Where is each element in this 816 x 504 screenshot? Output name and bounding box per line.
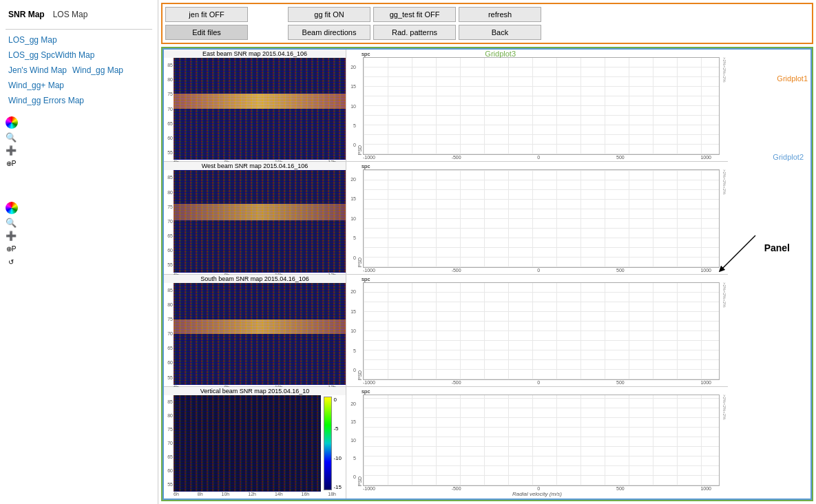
east-beam-title: East beam SNR map 2015.04.16_106 [164,50,346,58]
refresh-icon[interactable]: ↺ [6,256,17,267]
psd3-chart[interactable] [363,282,720,380]
psd-row-3: spc 20151050 PSD >2%<2%+2% -1000-50005 [346,275,728,387]
psd2-xaxis: -1000-50005001000 [348,268,726,273]
gridplot3-wrapper: Gridplot3 Gridplot2 Panel [161,47,813,501]
colorbar-labels: 0 -5 -10 -15 [332,397,343,490]
south-beam-title: South beam SNR map 2015.04.16_106 [164,275,346,283]
psd-column: spc 20151050 PSD >2%<2%+2% -1000-50005 [346,50,728,498]
sidebar-divider [6,29,152,30]
psd4-xaxis: -1000-50005001000 [348,486,726,491]
plots-area: East beam SNR map 2015.04.16_106 8580757… [164,50,810,498]
vert-beam-row: Vertical beam SNR map 2015.04.16_10 8580… [164,387,346,498]
tab-snr-map[interactable]: SNR Map [6,8,48,21]
color-wheel-icon [6,116,18,129]
sidebar-item-wind-gg[interactable]: Wind_gg Map [72,65,123,75]
west-snr-map[interactable] [174,170,346,272]
psd1-title: spc [348,51,726,57]
color-wheel-icon-2 [6,202,18,214]
psd3-title: spc [348,276,726,282]
psd4-ylabel: PSD [356,395,363,486]
psd1-chart[interactable] [363,57,720,155]
psd-row-2: spc 20151050 PSD >2%<2%+2% -1000-50005 [346,162,728,274]
gridplot1: jen fit OFF gg fit ON gg_test fit OFF re… [161,3,813,44]
crosshair-icon[interactable]: ⊕P [6,158,17,169]
sidebar: SNR Map LOS Map LOS_gg Map LOS_gg SpcWid… [0,0,158,504]
psd3-ylabel: PSD [356,282,363,380]
psd4-chart[interactable] [363,395,720,486]
south-snr-map[interactable] [174,283,346,385]
colorbar-gradient [324,397,332,490]
gridplot2-wrapper: Gridplot2 Panel [163,48,812,500]
psd2-ylabel: PSD [356,169,363,267]
psd2-chart[interactable] [363,169,720,267]
psd3-right-label: >2%<2%+2% [720,282,726,380]
right-area: jen fit OFF gg fit ON gg_test fit OFF re… [158,0,816,504]
sidebar-item-wind-gg-errors[interactable]: Wind_gg Errors Map [0,93,158,108]
sidebar-tools: 🔍 ➕ ⊕P [0,114,158,171]
psd3-xaxis: -1000-50005001000 [348,380,726,385]
beam-directions-button[interactable]: Beam directions [288,25,370,40]
vert-yaxis: 85807570656055 [164,395,174,492]
refresh-button[interactable]: refresh [459,7,541,22]
south-beam-row: South beam SNR map 2015.04.16_106 858075… [164,275,346,387]
east-yaxis: 85807570656055 [164,58,174,160]
psd1-right-label: >2%<2%+2% [720,57,726,155]
west-yaxis: 85807570656055 [164,170,174,272]
psd4-right-label: >2%<2%+2% [720,395,726,486]
back-button[interactable]: Back [459,25,541,40]
rad-patterns-button[interactable]: Rad. patterns [373,25,456,40]
sidebar-item-jens-wind[interactable]: Jen's Wind Map [8,65,67,75]
east-snr-map[interactable] [174,58,346,160]
sidebar-item-group-wind: Jen's Wind Map Wind_gg Map [0,63,158,78]
vert-beam-title: Vertical beam SNR map 2015.04.16_10 [164,387,346,395]
psd4-yaxis: 20151050 [348,395,356,486]
tab-los-map[interactable]: LOS Map [50,8,91,21]
west-beam-row: West beam SNR map 2015.04.16_106 8580757… [164,162,346,274]
spacer2 [251,25,285,40]
sidebar-item-wind-gg-plus[interactable]: Wind_gg+ Map [0,78,158,93]
sidebar-item-los-gg[interactable]: LOS_gg Map [0,32,158,48]
psd1-yaxis: 20151050 [348,57,356,155]
psd1-xaxis: -1000-50005001000 [348,155,726,160]
gg-fit-on-button[interactable]: gg fit ON [288,7,370,22]
link-icon[interactable]: ⊕P [6,243,17,254]
colorbar: 0 -5 -10 -15 [321,395,346,492]
annotation-area [728,50,810,498]
edit-files-button[interactable]: Edit files [165,25,248,40]
jen-fit-off-button[interactable]: jen fit OFF [165,7,248,22]
snr-maps-column: East beam SNR map 2015.04.16_106 8580757… [164,50,346,498]
radial-velocity-label: Radial velocity (m/s) [348,491,726,497]
vert-snr-map[interactable] [174,395,321,492]
west-beam-title: West beam SNR map 2015.04.16_106 [164,162,346,170]
psd3-yaxis: 20151050 [348,282,356,380]
psd4-title: spc [348,388,726,395]
plus-icon[interactable]: ➕ [6,145,17,156]
plus-icon-2[interactable]: ➕ [6,230,17,241]
psd2-title: spc [348,163,726,169]
east-beam-row: East beam SNR map 2015.04.16_106 8580757… [164,50,346,162]
psd-row-1: spc 20151050 PSD >2%<2%+2% -1000-50005 [346,50,728,162]
sidebar-tabs: SNR Map LOS Map [0,6,158,23]
psd2-yaxis: 20151050 [348,169,356,267]
psd-row-4: spc 20151050 PSD >2%<2%+2% -1000-50005 [346,387,728,498]
south-yaxis: 85807570656055 [164,283,174,385]
search-icon-2[interactable]: 🔍 [6,217,17,228]
vert-xaxis: 6h8h10h12h14h16h18h [164,492,346,496]
search-icon[interactable]: 🔍 [6,132,17,143]
sidebar-tools-2: 🔍 ➕ ⊕P ↺ [0,199,158,270]
gg-test-fit-off-button[interactable]: gg_test fit OFF [373,7,456,22]
psd1-ylabel: PSD [356,57,363,155]
psd2-right-label: >2%<2%+2% [720,169,726,267]
sidebar-item-los-gg-spcwidth[interactable]: LOS_gg SpcWidth Map [0,48,158,63]
spacer1 [251,7,285,22]
